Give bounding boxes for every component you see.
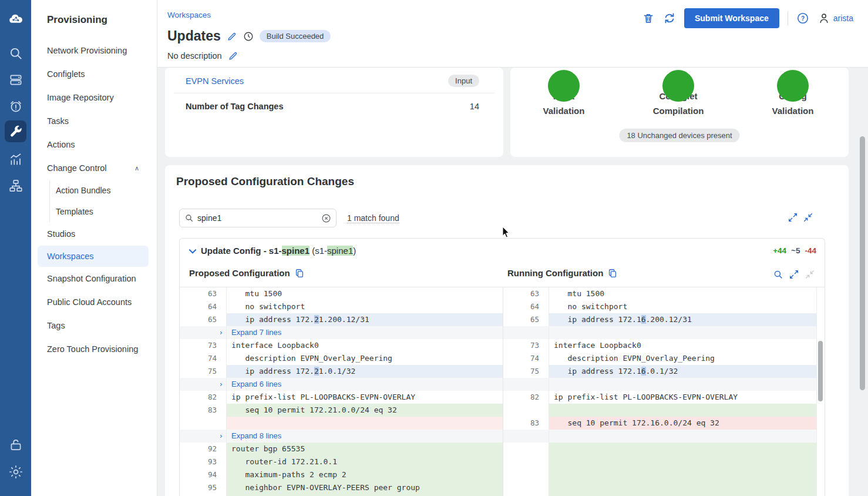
line-number: 74 bbox=[180, 352, 227, 365]
devices-icon[interactable] bbox=[5, 69, 26, 91]
config-search-box[interactable] bbox=[179, 209, 337, 227]
diff-row bbox=[503, 481, 816, 494]
pipeline-step-config-validation: Config Validation bbox=[743, 89, 843, 118]
line-number: 92 bbox=[180, 443, 227, 455]
match-count-text: 1 match found bbox=[347, 213, 399, 223]
code-line: no switchport bbox=[227, 300, 503, 313]
edit-description-pencil-icon[interactable] bbox=[228, 51, 238, 61]
line-number bbox=[503, 378, 549, 391]
edit-title-pencil-icon[interactable] bbox=[227, 31, 237, 42]
code-line: seq 10 permit 172.21.0.0/24 eq 32 bbox=[227, 404, 503, 417]
sidebar-item-studios[interactable]: Studios bbox=[31, 222, 157, 246]
code-line: mtu 1500 bbox=[227, 287, 503, 300]
line-number: 82 bbox=[503, 391, 549, 404]
expand-lines-row[interactable]: ›Expand 6 lines bbox=[180, 378, 503, 391]
code-line: description EVPN_Overlay_Peering bbox=[227, 352, 503, 365]
metrics-icon[interactable] bbox=[5, 148, 26, 170]
line-number: › bbox=[180, 378, 227, 391]
pipeline-step-configlet-compilation: Configlet Compilation bbox=[628, 89, 728, 118]
line-number bbox=[180, 417, 227, 430]
sidebar-item-configlets[interactable]: Configlets bbox=[31, 62, 157, 86]
sidebar-item-action-bundles[interactable]: Action Bundles bbox=[49, 180, 157, 201]
sidebar-item-workspaces[interactable]: Workspaces bbox=[38, 246, 149, 267]
expand-lines-row[interactable]: ›Expand 8 lines bbox=[180, 430, 503, 443]
code-line: ip prefix-list PL-LOOPBACKS-EVPN-OVERLAY bbox=[227, 391, 503, 404]
diff-row: 63 mtu 1500 bbox=[503, 287, 816, 300]
code-line bbox=[549, 455, 816, 468]
search-icon[interactable] bbox=[5, 42, 26, 64]
diff-stats: +44 ~5 -44 bbox=[773, 246, 816, 255]
diff-row bbox=[503, 443, 816, 455]
collapse-diff-chevron-icon[interactable] bbox=[187, 246, 196, 254]
page-scrollbar-thumb[interactable] bbox=[860, 136, 865, 390]
diff-row: 95 neighbor EVPN-OVERLAY-PEERS peer grou… bbox=[180, 481, 503, 494]
sidebar-item-network-provisioning[interactable]: Network Provisioning bbox=[31, 39, 157, 62]
clear-search-icon[interactable] bbox=[321, 213, 331, 223]
workspace-inputs-card: EVPN Services Input Number of Tag Change… bbox=[165, 68, 503, 157]
unlock-icon[interactable] bbox=[5, 434, 26, 455]
build-status-badge: Build Succeeded bbox=[260, 30, 331, 42]
sidebar-item-zero-touch-provisioning[interactable]: Zero Touch Provisioning bbox=[31, 337, 157, 361]
delete-workspace-trash-icon[interactable] bbox=[642, 12, 655, 25]
sidebar-item-tasks[interactable]: Tasks bbox=[31, 109, 157, 133]
page-title: Updates bbox=[167, 28, 221, 44]
diff-row: 65 ip address 172.21.200.12/31 bbox=[180, 313, 503, 326]
copy-proposed-config-icon[interactable] bbox=[294, 268, 304, 278]
line-number bbox=[503, 443, 549, 455]
code-line: ip address 172.21.200.12/31 bbox=[227, 313, 503, 326]
diff-row: 75 ip address 172.21.0.1/32 bbox=[180, 365, 503, 378]
line-number: 63 bbox=[503, 287, 549, 300]
code-line: Expand 8 lines bbox=[227, 430, 503, 443]
help-icon[interactable]: ? bbox=[796, 12, 809, 25]
diff-row bbox=[503, 378, 816, 391]
collapse-all-icon[interactable] bbox=[803, 212, 813, 223]
diff-expand-icon[interactable] bbox=[789, 269, 799, 280]
line-number: 73 bbox=[180, 339, 227, 352]
sidebar-title: Provisioning bbox=[31, 14, 157, 39]
diff-scrollbar-thumb[interactable] bbox=[818, 341, 823, 401]
code-line bbox=[549, 443, 816, 455]
search-input[interactable] bbox=[197, 213, 318, 223]
sidebar-item-snapshot-configuration[interactable]: Snapshot Configuration bbox=[31, 267, 157, 290]
changed-char-highlight: 6 bbox=[641, 315, 646, 324]
user-menu[interactable]: arista bbox=[817, 12, 853, 25]
submit-workspace-button[interactable]: Submit Workspace bbox=[684, 8, 779, 28]
code-line: ip address 172.21.0.1/32 bbox=[227, 365, 503, 378]
username: arista bbox=[833, 14, 853, 23]
code-line: interface Loopback0 bbox=[549, 339, 816, 352]
sidebar-item-tags[interactable]: Tags bbox=[31, 314, 157, 337]
provisioning-icon[interactable] bbox=[5, 120, 26, 142]
diff-row bbox=[180, 417, 503, 430]
sidebar-item-public-cloud-accounts[interactable]: Public Cloud Accounts bbox=[31, 290, 157, 314]
diff-title: Update Config - s1-spine1 (s1-spine1) bbox=[201, 246, 356, 256]
input-type-badge: Input bbox=[448, 75, 479, 87]
chevron-up-icon[interactable]: ∧ bbox=[134, 156, 139, 180]
history-clock-icon[interactable] bbox=[243, 31, 254, 42]
build-pipeline-card: Input Validation Configlet Compilation C… bbox=[510, 68, 849, 157]
sidebar-item-change-control[interactable]: Change Control∧ bbox=[31, 156, 157, 180]
sidebar-item-templates[interactable]: Templates bbox=[49, 201, 157, 222]
sidebar-item-actions[interactable]: Actions bbox=[31, 133, 157, 156]
line-number: 82 bbox=[180, 391, 227, 404]
expand-lines-row[interactable]: ›Expand 7 lines bbox=[180, 326, 503, 339]
diff-search-icon[interactable] bbox=[773, 269, 783, 280]
evpn-services-link[interactable]: EVPN Services bbox=[186, 76, 244, 86]
breadcrumb-workspaces[interactable]: Workspaces bbox=[167, 11, 211, 19]
settings-gear-icon[interactable] bbox=[5, 461, 26, 482]
line-number: 63 bbox=[180, 287, 227, 300]
line-number: 83 bbox=[503, 417, 549, 430]
code-line: Expand 7 lines bbox=[227, 326, 503, 339]
sidebar-item-image-repository[interactable]: Image Repository bbox=[31, 86, 157, 109]
rebuild-sync-icon[interactable] bbox=[663, 12, 676, 25]
line-number: › bbox=[180, 326, 227, 339]
expand-all-icon[interactable] bbox=[788, 212, 798, 223]
search-match-highlight: spine1 bbox=[327, 246, 353, 256]
copy-running-config-icon[interactable] bbox=[607, 268, 617, 278]
code-line: ip address 172.16.0.1/32 bbox=[549, 365, 816, 378]
diff-collapse-icon bbox=[805, 269, 815, 280]
diff-scrollbar[interactable] bbox=[816, 287, 825, 496]
events-icon[interactable] bbox=[5, 95, 26, 117]
line-number bbox=[503, 404, 549, 417]
topology-icon[interactable] bbox=[5, 175, 26, 196]
line-number: 95 bbox=[180, 481, 227, 494]
